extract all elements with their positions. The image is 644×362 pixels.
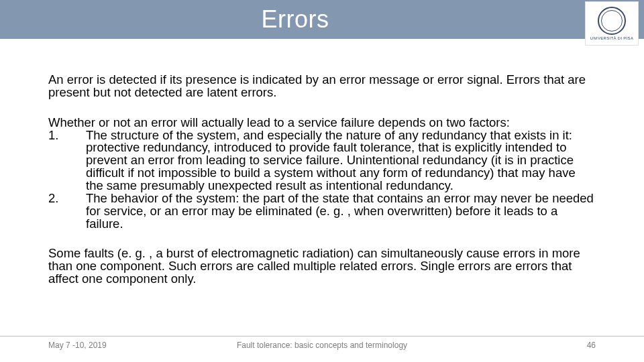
list-item: 1. The structure of the system, and espe… [48, 129, 596, 192]
slide-title: Errors [262, 5, 329, 34]
slide-body: An error is detected if its presence is … [48, 74, 596, 303]
footer-page-number: 46 [587, 341, 596, 350]
list-number: 1. [48, 129, 86, 192]
logo-caption: UNIVERSITÀ DI PISA [590, 36, 633, 40]
footer-date: May 7 -10, 2019 [48, 341, 107, 350]
paragraph-1: An error is detected if its presence is … [48, 74, 596, 99]
factors-list: 1. The structure of the system, and espe… [48, 129, 596, 231]
slide: Errors UNIVERSITÀ DI PISA An error is de… [0, 0, 644, 362]
slide-footer: May 7 -10, 2019 Fault tolerance: basic c… [0, 336, 644, 350]
title-bar: Errors [0, 0, 644, 39]
paragraph-3: Some faults (e. g. , a burst of electrom… [48, 247, 596, 286]
list-text: The structure of the system, and especia… [86, 129, 596, 192]
university-logo: UNIVERSITÀ DI PISA [585, 1, 639, 46]
paragraph-2-intro: Whether or not an error will actually le… [48, 117, 596, 129]
list-item: 2. The behavior of the system: the part … [48, 192, 596, 231]
seal-icon [598, 7, 626, 35]
list-text: The behavior of the system: the part of … [86, 192, 596, 231]
list-number: 2. [48, 192, 86, 231]
